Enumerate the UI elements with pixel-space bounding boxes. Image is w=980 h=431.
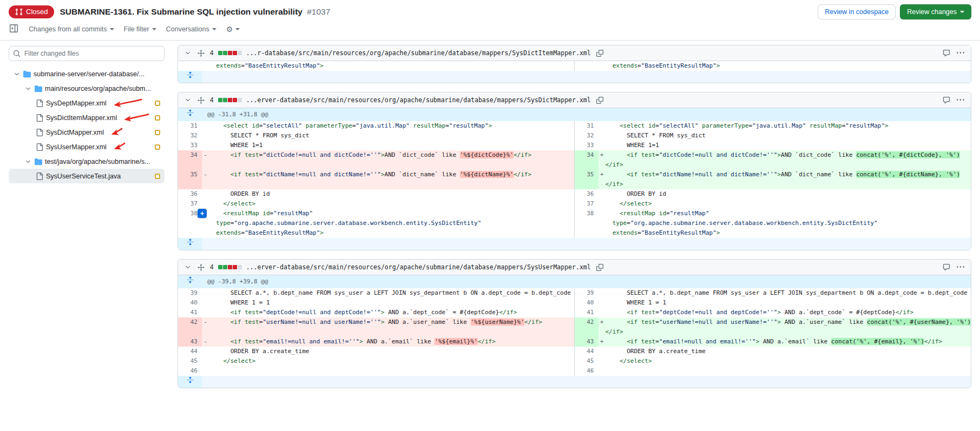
comment-icon[interactable] — [942, 262, 951, 272]
line-number[interactable] — [575, 61, 598, 71]
code-line[interactable]: ORDER BY id — [598, 189, 971, 199]
line-number[interactable]: 36 — [575, 189, 598, 199]
collapse-file-button[interactable] — [183, 49, 192, 57]
tree-folder-main-resources-org-apache-subm...[interactable]: main/resources/org/apache/subm... — [9, 81, 165, 96]
code-line[interactable]: ORDER BY a.create_time — [598, 347, 971, 356]
tree-file-SysUserMapper.xml[interactable]: SysUserMapper.xml — [9, 140, 165, 154]
line-number[interactable]: 37 — [575, 199, 598, 209]
line-number[interactable]: 32 — [178, 131, 202, 141]
code-line[interactable]: </select> — [202, 199, 575, 209]
line-number[interactable]: 35 — [575, 170, 598, 189]
code-line[interactable]: + <if test="dictName!=null and dictName!… — [598, 170, 971, 189]
line-number[interactable]: 45 — [178, 356, 202, 366]
expand-down-button[interactable] — [178, 71, 202, 83]
code-line[interactable]: WHERE 1 = 1 — [202, 298, 575, 308]
code-line[interactable]: </select> — [202, 356, 575, 366]
line-number[interactable]: 34 — [575, 150, 598, 170]
expand-hunk-button[interactable] — [178, 275, 202, 288]
copy-path-button[interactable] — [595, 49, 604, 58]
line-number[interactable]: 42 — [575, 317, 598, 337]
drag-handle-icon[interactable] — [196, 263, 206, 272]
diff-settings-button[interactable]: ⚙ — [226, 25, 240, 33]
code-line[interactable]: extends="BaseEntityResultMap"> — [598, 61, 971, 71]
code-line[interactable]: ORDER BY a.create_time — [202, 347, 575, 356]
line-number[interactable]: 31 — [575, 121, 598, 131]
line-number[interactable]: 38 — [575, 209, 598, 238]
line-number[interactable]: 34 — [178, 150, 202, 170]
code-line[interactable]: <select id="selectAll" parameterType="ja… — [202, 121, 575, 131]
line-number[interactable]: +38 — [178, 209, 202, 238]
line-number[interactable]: 32 — [575, 131, 598, 141]
line-number[interactable]: 42 — [178, 317, 202, 337]
code-line[interactable]: <select id="selectAll" parameterType="ja… — [598, 121, 971, 131]
code-line[interactable]: extends="BaseEntityResultMap"> — [202, 61, 575, 71]
copy-path-button[interactable] — [595, 263, 604, 272]
code-line[interactable]: WHERE 1 = 1 — [598, 298, 971, 308]
line-number[interactable] — [178, 61, 202, 71]
line-number[interactable]: 35 — [178, 170, 202, 189]
line-number[interactable]: 43 — [178, 337, 202, 347]
code-line[interactable]: SELECT * FROM sys_dict — [598, 131, 971, 141]
expand-down-button[interactable] — [178, 376, 202, 388]
review-in-codespace-button[interactable]: Review in codespace — [818, 4, 896, 19]
tree-file-SysDeptMapper.xml[interactable]: SysDeptMapper.xml — [9, 96, 165, 110]
code-line[interactable]: - <if test="dictCode!=null and dictCode!… — [202, 150, 575, 170]
code-line[interactable]: <if test="deptCode!=null and deptCode!='… — [598, 308, 971, 317]
code-line[interactable] — [202, 366, 575, 376]
code-line[interactable]: + <if test="userName!=null and userName!… — [598, 317, 971, 337]
code-line[interactable]: <resultMap id="resultMap" type="org.apac… — [598, 209, 971, 238]
code-line[interactable]: + <if test="dictCode!=null and dictCode!… — [598, 150, 971, 170]
tree-file-SysDictMapper.xml[interactable]: SysDictMapper.xml — [9, 125, 165, 140]
line-number[interactable]: 39 — [178, 288, 202, 298]
line-number[interactable]: 31 — [178, 121, 202, 131]
expand-strip[interactable] — [202, 71, 971, 83]
code-line[interactable]: SELECT a.*, b.dept_name FROM sys_user a … — [598, 288, 971, 298]
code-line[interactable]: SELECT a.*, b.dept_name FROM sys_user a … — [202, 288, 575, 298]
tree-file-SysDictItemMapper.xml[interactable]: SysDictItemMapper.xml — [9, 110, 165, 125]
line-number[interactable]: 33 — [178, 141, 202, 150]
conversations-dropdown[interactable]: Conversations — [166, 25, 216, 33]
code-line[interactable]: WHERE 1=1 — [202, 141, 575, 150]
line-number[interactable]: 40 — [178, 298, 202, 308]
line-number[interactable]: 37 — [178, 199, 202, 209]
code-line[interactable]: ORDER BY id — [202, 189, 575, 199]
filter-changed-files-input[interactable] — [9, 46, 165, 61]
code-line[interactable]: - <if test="userName!=null and userName!… — [202, 317, 575, 337]
copy-path-button[interactable] — [595, 96, 604, 105]
expand-down-button[interactable] — [178, 238, 202, 250]
code-line[interactable]: - <if test="email!=null and email!=''"> … — [202, 337, 575, 347]
code-line[interactable] — [598, 366, 971, 376]
code-line[interactable]: <if test="deptCode!=null and deptCode!='… — [202, 308, 575, 317]
line-number[interactable]: 46 — [178, 366, 202, 376]
tree-file-SysUserServiceTest.java[interactable]: SysUserServiceTest.java — [9, 169, 165, 183]
expand-strip[interactable] — [202, 238, 971, 250]
file-filter-dropdown[interactable]: File filter — [124, 25, 156, 33]
toggle-file-tree-button[interactable] — [9, 23, 19, 35]
line-number[interactable]: 39 — [575, 288, 598, 298]
comment-icon[interactable] — [942, 95, 951, 105]
expand-strip[interactable] — [202, 376, 971, 388]
code-line[interactable]: </select> — [598, 199, 971, 209]
line-number[interactable]: 45 — [575, 356, 598, 366]
code-line[interactable]: WHERE 1=1 — [598, 141, 971, 150]
line-number[interactable]: 33 — [575, 141, 598, 150]
kebab-menu-button[interactable] — [956, 95, 965, 105]
line-number[interactable]: 43 — [575, 337, 598, 347]
tree-folder-test-java-org-apache-submarine-s...[interactable]: test/java/org/apache/submarine/s... — [9, 154, 165, 169]
line-number[interactable]: 41 — [178, 308, 202, 317]
kebab-menu-button[interactable] — [956, 262, 965, 272]
drag-handle-icon[interactable] — [196, 96, 206, 105]
line-number[interactable]: 36 — [178, 189, 202, 199]
code-line[interactable]: </select> — [598, 356, 971, 366]
code-line[interactable]: SELECT * FROM sys_dict — [202, 131, 575, 141]
collapse-file-button[interactable] — [183, 263, 192, 271]
collapse-file-button[interactable] — [183, 96, 192, 104]
line-number[interactable]: 44 — [575, 347, 598, 356]
line-number[interactable]: 40 — [575, 298, 598, 308]
line-number[interactable]: 44 — [178, 347, 202, 356]
expand-hunk-button[interactable] — [178, 108, 202, 121]
line-number[interactable]: 46 — [575, 366, 598, 376]
add-comment-button[interactable]: + — [198, 209, 207, 218]
code-line[interactable]: + <if test="email!=null and email!=''"> … — [598, 337, 971, 347]
drag-handle-icon[interactable] — [196, 49, 206, 58]
